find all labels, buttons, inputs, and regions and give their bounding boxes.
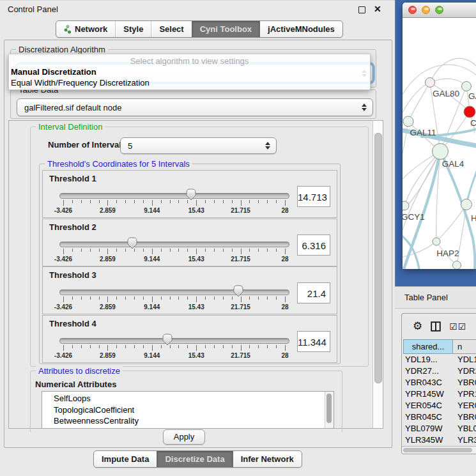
table-row[interactable]: YDL19...YDL1 bbox=[402, 354, 476, 365]
threshold-label: Threshold 3 bbox=[49, 270, 96, 280]
algorithm-option[interactable]: Equal Width/Frequency Discretization bbox=[10, 77, 369, 88]
threshold-value-field[interactable]: 6.316 bbox=[297, 234, 330, 256]
select-columns-icon[interactable]: ☑☑ bbox=[449, 321, 466, 332]
table-hscroll-thumb[interactable] bbox=[403, 448, 472, 452]
network-node[interactable] bbox=[433, 238, 440, 245]
table-row[interactable]: YBL079WYBL0 bbox=[402, 423, 476, 434]
tab-discretize-data[interactable]: Discretize Data bbox=[157, 451, 232, 467]
interval-definition-group: Interval Definition Number of Intervals … bbox=[30, 127, 369, 367]
slider-thumb[interactable] bbox=[127, 237, 137, 249]
tab-infer-network-label: Infer Network bbox=[241, 454, 294, 464]
table-row[interactable]: YER054CYER0 bbox=[402, 400, 476, 411]
float-window-icon[interactable] bbox=[358, 6, 365, 13]
slider-thumb[interactable] bbox=[162, 334, 173, 346]
tab-select[interactable]: Select bbox=[151, 21, 191, 37]
settings-scroll-panel: Interval Definition Number of Intervals … bbox=[8, 120, 383, 429]
gear-icon[interactable]: ⚙ bbox=[413, 321, 422, 332]
tab-jactivemnodules[interactable]: jActiveMNodules bbox=[259, 21, 342, 37]
slider-tick-labels: -3.4262.8599.14415.4321.71528 bbox=[63, 207, 285, 214]
threshold-value-field[interactable]: 11.344 bbox=[297, 331, 330, 352]
minimize-traffic-light[interactable] bbox=[422, 6, 430, 14]
tab-network[interactable]: Network bbox=[56, 21, 115, 37]
threshold-value-field[interactable]: 14.713 bbox=[297, 186, 330, 207]
node-label: GAL4 bbox=[442, 159, 464, 169]
network-node[interactable] bbox=[403, 116, 413, 127]
list-scrollbar[interactable] bbox=[325, 392, 334, 428]
window-title: Control Panel bbox=[8, 4, 58, 14]
close-icon[interactable]: ✕ bbox=[374, 4, 381, 14]
network-canvas[interactable]: GAL80GACGAL11GAL4GCY1HHAP2 bbox=[403, 18, 476, 269]
combo-arrows-icon bbox=[265, 142, 270, 150]
threshold-slider[interactable]: -3.4262.8599.14415.4321.71528 bbox=[59, 187, 289, 215]
screen: Control Panel ✕ Network Style Select Cyn… bbox=[0, 0, 476, 476]
cell-shared-name: YLR345W bbox=[402, 434, 453, 446]
network-node[interactable] bbox=[403, 201, 409, 210]
table-row[interactable]: YPR145WYPR1 bbox=[402, 388, 476, 400]
table-row[interactable]: YBR043CYBR0 bbox=[402, 377, 476, 388]
network-node[interactable] bbox=[426, 78, 435, 88]
network-node[interactable] bbox=[461, 199, 472, 210]
number-of-intervals-combobox[interactable]: 5 bbox=[120, 137, 277, 154]
table-panel-body: ⚙ ☑☑ shared... n YDL19...YDL1YDR27...YDR… bbox=[395, 309, 476, 476]
cell-name: YBL0 bbox=[453, 423, 476, 434]
node-label: H bbox=[471, 213, 476, 223]
settings-scrollbar-thumb[interactable] bbox=[374, 133, 382, 383]
numerical-attribute-item[interactable]: SelfLoops bbox=[54, 393, 334, 404]
network-node[interactable] bbox=[464, 106, 475, 118]
table-row[interactable]: YDR27...YDR2 bbox=[402, 365, 476, 377]
table-horizontal-scrollbar[interactable] bbox=[402, 446, 476, 454]
slider-track[interactable] bbox=[59, 242, 289, 247]
settings-scrollbar[interactable] bbox=[372, 121, 383, 428]
network-node[interactable] bbox=[453, 261, 461, 270]
cell-name: YPR1 bbox=[453, 388, 476, 400]
column-header-shared-name[interactable]: shared... bbox=[403, 339, 453, 354]
slider-track[interactable] bbox=[59, 338, 289, 344]
numerical-attributes-list: SelfLoopsTopologicalCoefficientBetweenne… bbox=[42, 392, 334, 427]
cell-shared-name: YER054C bbox=[402, 400, 453, 411]
tab-cyni-toolbox[interactable]: Cyni Toolbox bbox=[192, 21, 259, 37]
threshold-slider[interactable]: -3.4262.8599.14415.4321.71528 bbox=[59, 332, 289, 360]
network-node[interactable] bbox=[462, 82, 472, 91]
tab-style-label: Style bbox=[123, 24, 143, 34]
table-rows: YDL19...YDL1YDR27...YDR2YBR043CYBR0YPR14… bbox=[402, 354, 476, 446]
slider-track[interactable] bbox=[59, 193, 289, 199]
combo-arrows-icon bbox=[362, 104, 367, 111]
numerical-attribute-item[interactable]: BetweennessCentrality bbox=[54, 415, 334, 427]
node-label: HAP2 bbox=[436, 249, 459, 258]
cell-name: YDL1 bbox=[453, 354, 476, 365]
slider-thumb[interactable] bbox=[186, 188, 196, 201]
network-node[interactable] bbox=[433, 144, 449, 160]
slider-track[interactable] bbox=[59, 289, 289, 295]
tab-infer-network[interactable]: Infer Network bbox=[233, 451, 302, 467]
threshold-label: Threshold 4 bbox=[49, 319, 96, 328]
tab-select-label: Select bbox=[159, 24, 183, 34]
table-row[interactable]: YLR345WYLR3 bbox=[402, 434, 476, 446]
apply-button[interactable]: Apply bbox=[163, 429, 205, 445]
cell-name: YBR0 bbox=[453, 377, 476, 388]
numerical-attributes-label: Numerical Attributes bbox=[35, 380, 116, 389]
threshold-slider[interactable]: -3.4262.8599.14415.4321.71528 bbox=[59, 284, 289, 312]
node-label: GCY1 bbox=[403, 212, 425, 222]
numerical-attribute-item[interactable]: TopologicalCoefficient bbox=[54, 404, 334, 416]
table-row[interactable]: YBR045CYBR0 bbox=[402, 411, 476, 423]
tab-impute-data[interactable]: Impute Data bbox=[94, 451, 157, 467]
slider-tick-labels: -3.4262.8599.14415.4321.71528 bbox=[63, 352, 285, 359]
list-scrollbar-thumb[interactable] bbox=[326, 394, 332, 423]
threshold-panel: Threshold 2-3.4262.8599.14415.4321.71528… bbox=[42, 219, 337, 266]
slider-thumb[interactable] bbox=[233, 285, 243, 297]
zoom-traffic-light[interactable] bbox=[435, 6, 443, 14]
table-data-combobox[interactable]: galFiltered.sif default node bbox=[17, 98, 373, 116]
threshold-slider[interactable]: -3.4262.8599.14415.4321.71528 bbox=[59, 236, 289, 264]
numerical-attributes-listbox[interactable]: SelfLoopsTopologicalCoefficientBetweenne… bbox=[42, 391, 334, 429]
algorithm-option[interactable]: Manual Discretization bbox=[10, 66, 369, 77]
slider-ticks bbox=[63, 249, 285, 255]
threshold-value-field[interactable]: 21.4 bbox=[297, 282, 330, 303]
network-window-titlebar[interactable] bbox=[403, 3, 476, 18]
close-traffic-light[interactable] bbox=[408, 6, 417, 14]
tab-style[interactable]: Style bbox=[115, 21, 151, 37]
thresholds-group-title: Threshold's Coordinates for 5 Intervals bbox=[45, 159, 192, 169]
network-window: GAL80GACGAL11GAL4GCY1HHAP2 bbox=[403, 3, 476, 269]
slider-tick-labels: -3.4262.8599.14415.4321.71528 bbox=[63, 303, 285, 311]
column-header-name[interactable]: n bbox=[453, 339, 476, 354]
columns-icon[interactable] bbox=[431, 321, 441, 332]
